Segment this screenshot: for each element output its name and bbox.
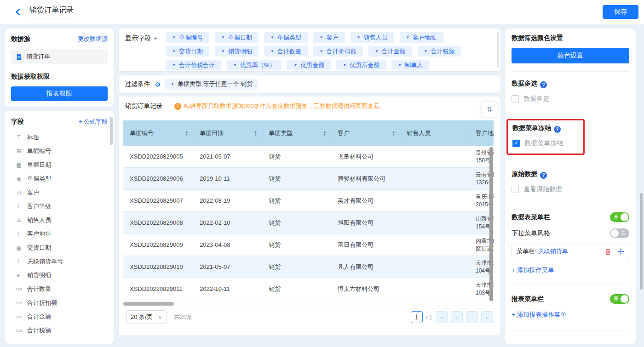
field-item-total-discount[interactable]: 123合计折扣额 xyxy=(11,296,108,310)
add-display-field-button[interactable]: + xyxy=(154,34,157,42)
column-header-doc-date[interactable]: 单据日期▲▼ xyxy=(193,120,262,146)
field-item-doc-no[interactable]: ⊟单据编号 xyxy=(11,144,108,158)
expand-icon: ▶ xyxy=(15,273,23,278)
field-chip[interactable]: ▼优惠率（%） xyxy=(227,60,282,70)
chevron-down-icon: ▼ xyxy=(357,35,361,40)
help-icon[interactable]: ? xyxy=(540,81,547,88)
field-item-sales-detail[interactable]: ▶销货明细 xyxy=(11,268,108,282)
field-item-related-order-no[interactable]: I关联销货单号 xyxy=(11,255,108,268)
cell-doc-no: XSDD20220829007 xyxy=(123,190,193,211)
cell-salesperson xyxy=(400,212,469,233)
table-row[interactable]: XSDD20220829005 2021-05-07 销货 飞星材料公司 贵州省… xyxy=(123,146,494,168)
cell-doc-type: 销货 xyxy=(262,146,331,167)
field-label: 合计折扣额 xyxy=(27,299,57,307)
dropdown-style-toggle[interactable]: 关 xyxy=(610,228,629,238)
field-item-total-amount[interactable]: 123合计金额 xyxy=(11,310,108,324)
field-chip[interactable]: ▼单据编号 xyxy=(166,32,209,43)
display-field-chips: ▼单据编号 ▼单据日期 ▼单据类型 ▼客户 ▼销售人员 ▼客户地址 ▼交货日期 … xyxy=(166,32,494,74)
add-action-menu-link[interactable]: + 添加操作菜单 xyxy=(512,266,629,274)
table-row[interactable]: XSDD20220829007 2022-08-19 销货 英才有限公司 重庆市… xyxy=(123,190,494,212)
chevron-down-icon: ▼ xyxy=(270,35,274,40)
last-page-button[interactable]: » xyxy=(481,311,493,323)
field-item-customer-address[interactable]: I客户地址 xyxy=(11,227,108,241)
field-chip[interactable]: ▼优惠金额 xyxy=(287,60,331,70)
first-page-button[interactable]: « xyxy=(436,311,448,323)
column-header-customer[interactable]: 客户▲▼ xyxy=(331,120,400,146)
column-label: 单据日期 xyxy=(200,129,224,137)
display-fields-panel: 显示字段+ ▼单据编号 ▼单据日期 ▼单据类型 ▼客户 ▼销售人员 ▼客户地址 … xyxy=(119,28,500,71)
field-chip[interactable]: ▼客户地址 xyxy=(400,32,443,43)
help-icon[interactable]: ? xyxy=(554,126,561,133)
report-permission-button[interactable]: 报表权限 xyxy=(11,86,108,101)
raw-data-checkbox[interactable] xyxy=(512,186,519,193)
column-header-salesperson[interactable]: 销售人员 xyxy=(400,120,469,146)
sort-toggle-button[interactable]: ⇅ xyxy=(482,102,497,117)
column-header-customer-address[interactable]: 客户地址 xyxy=(469,120,494,146)
chip-label: 交货日期 xyxy=(179,47,203,56)
field-item-customer[interactable]: ⊡客户 xyxy=(11,186,108,199)
field-item-title[interactable]: T标题 xyxy=(11,131,108,144)
column-header-doc-type[interactable]: 单据类型▲▼ xyxy=(262,120,331,146)
field-chip[interactable]: ▼单据类型 xyxy=(264,32,308,43)
page-size-select[interactable]: 20 条/页 ∨ xyxy=(126,310,167,324)
field-item-doc-type[interactable]: ◉单据类型 xyxy=(11,172,108,186)
field-chip[interactable]: ▼交货日期 xyxy=(166,46,209,57)
change-datasource-link[interactable]: 更改数据源 xyxy=(78,35,108,43)
field-chip[interactable]: ▼合计金额 xyxy=(368,46,412,57)
field-chip[interactable]: ▼制单人 xyxy=(391,60,429,70)
next-page-button[interactable]: › xyxy=(466,311,478,323)
data-table: 单据编号▲▼ 单据日期▲▼ 单据类型▲▼ 客户▲▼ 销售人员 客户地址 XSDD… xyxy=(123,120,494,301)
field-chip[interactable]: ▼销售人员 xyxy=(351,32,394,43)
prev-page-button[interactable]: ‹ xyxy=(451,311,463,323)
trash-icon[interactable] xyxy=(604,248,611,255)
field-item-salesperson[interactable]: ♙销售人员 xyxy=(11,213,108,227)
filter-condition-chip[interactable]: ▼单据类型 等于任意一个 销货 xyxy=(165,79,258,90)
table-vertical-scrollbar[interactable] xyxy=(489,147,493,301)
field-chip[interactable]: ▼单据日期 xyxy=(215,32,259,43)
table-row[interactable]: XSDD20220829009 2023-04-08 销货 落日有限公司 内蒙古… xyxy=(123,234,494,256)
cell-salesperson xyxy=(400,190,469,211)
display-fields-scrollbar[interactable] xyxy=(497,32,499,67)
table-horizontal-scrollbar[interactable] xyxy=(123,302,174,306)
field-chip[interactable]: ▼合计数量 xyxy=(264,46,308,57)
table-menubar-toggle[interactable]: 开 xyxy=(610,212,629,222)
gear-icon[interactable] xyxy=(154,81,161,88)
help-icon[interactable]: ? xyxy=(540,172,547,179)
window-scrollbar[interactable] xyxy=(640,193,643,290)
save-button[interactable]: 保存 xyxy=(603,5,638,19)
field-chip[interactable]: ▼合计税额 xyxy=(418,46,461,57)
table-row[interactable]: XSDD20220829008 2022-02-10 销货 旭阳有限公司 山西省… xyxy=(123,212,494,234)
toggle-off-label: 关 xyxy=(621,230,626,237)
field-chip[interactable]: ▼合计价税合计 xyxy=(166,60,221,70)
color-settings-button[interactable]: 颜色设置 xyxy=(512,48,629,63)
field-item-delivery-date[interactable]: ▦交货日期 xyxy=(11,241,108,255)
menu-freeze-checkbox[interactable] xyxy=(512,140,520,147)
fields-scrollbar[interactable] xyxy=(110,117,113,145)
table-row[interactable]: XSDD20220829010 2021-05-07 销货 凡人有限公司 天津市… xyxy=(123,256,494,278)
field-item-total-qty[interactable]: 123合计数量 xyxy=(11,282,108,296)
table-panel: 销货订单记录 ! 编辑界面只取数据源前200条作为查询数据预览，完整数据请访问页… xyxy=(119,97,500,336)
field-chip[interactable]: ▼优惠后金额 xyxy=(336,60,386,70)
datasource-item[interactable]: 销货订单 xyxy=(11,49,108,64)
menubar-value[interactable]: 关联销货单 xyxy=(538,247,568,256)
page-input[interactable]: 1 xyxy=(411,311,423,323)
report-menubar-toggle[interactable]: 开 xyxy=(610,294,629,304)
chip-label: 单据日期 xyxy=(228,34,252,42)
move-icon[interactable] xyxy=(617,248,624,255)
field-chip[interactable]: ▼销货明细 xyxy=(215,46,259,57)
column-header-doc-no[interactable]: 单据编号▲▼ xyxy=(123,120,193,146)
table-row[interactable]: XSDD20220829011 2022-10-11 销货 恒太方材料公司 天津… xyxy=(123,278,494,300)
chip-label: 制单人 xyxy=(405,61,423,69)
add-report-action-link[interactable]: + 添加报表操作菜单 xyxy=(512,311,629,319)
field-item-customer-level[interactable]: I客户等级 xyxy=(11,199,108,213)
multi-select-checkbox[interactable] xyxy=(512,95,519,102)
cell-doc-date: 2022-08-19 xyxy=(193,190,262,211)
field-chip[interactable]: ▼客户 xyxy=(313,32,345,43)
table-row[interactable]: XSDD20220829006 2019-10-11 销货 腾骏材料有限公司 云… xyxy=(123,168,494,190)
field-chip[interactable]: ▼合计折扣额 xyxy=(313,46,363,57)
back-icon[interactable] xyxy=(13,7,23,17)
chevron-down-icon: ▼ xyxy=(398,63,402,67)
formula-field-link[interactable]: + 公式字段 xyxy=(79,118,108,126)
field-item-doc-date[interactable]: ▦单据日期 xyxy=(11,158,108,172)
field-item-total-tax[interactable]: 123合计税额 xyxy=(11,324,108,337)
